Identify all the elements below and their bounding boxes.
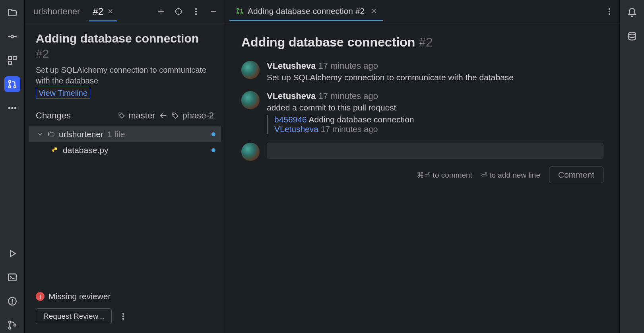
tag-icon: [118, 112, 125, 119]
structure-icon[interactable]: [4, 52, 20, 68]
svg-point-41: [609, 8, 610, 10]
kebab-icon[interactable]: [117, 310, 129, 322]
svg-rect-3: [8, 56, 12, 60]
event-user[interactable]: VLetusheva: [267, 61, 316, 71]
svg-point-6: [8, 81, 10, 83]
pr-description: Set up SQLAlchemy connection to communic…: [36, 65, 214, 86]
git-icon[interactable]: [4, 317, 20, 333]
left-nav-rail: [0, 0, 25, 333]
file-name: database.py: [63, 145, 108, 155]
kebab-icon[interactable]: [190, 6, 202, 17]
modified-indicator-icon: [211, 148, 215, 152]
svg-point-9: [8, 107, 10, 108]
close-icon[interactable]: ✕: [107, 7, 113, 16]
svg-point-18: [8, 321, 10, 323]
plus-icon[interactable]: [155, 6, 167, 17]
commit-hash-link[interactable]: b456946: [274, 115, 307, 124]
view-timeline-link[interactable]: View Timeline: [36, 88, 90, 99]
pr-number: #2: [36, 47, 49, 60]
folder-file-count: 1 file: [107, 130, 125, 139]
request-review-button[interactable]: Request Review...: [36, 308, 112, 324]
svg-point-32: [120, 114, 120, 114]
svg-point-36: [123, 316, 124, 317]
commit-time: 17 minutes ago: [321, 124, 378, 134]
svg-point-30: [196, 14, 197, 15]
changes-label: Changes: [36, 110, 71, 121]
right-nav-rail: [619, 0, 644, 333]
commit-author-link[interactable]: VLetusheva: [274, 124, 318, 134]
tag-icon: [172, 112, 179, 119]
main-tab-bar: Adding database connection #2 ✕: [225, 0, 619, 23]
svg-point-38: [237, 8, 239, 10]
event-user[interactable]: VLetusheva: [267, 91, 316, 101]
avatar[interactable]: [241, 91, 260, 109]
more-icon[interactable]: [4, 100, 20, 116]
svg-point-8: [14, 86, 16, 88]
chevron-down-icon: [37, 131, 44, 138]
hint-newline: ⏎ to add new line: [481, 170, 540, 180]
head-branch[interactable]: phase-2: [172, 110, 214, 121]
svg-rect-13: [8, 274, 16, 281]
python-file-icon: [52, 147, 59, 154]
project-tab[interactable]: urlshortener: [30, 3, 83, 20]
svg-point-10: [12, 107, 13, 108]
head-branch-name: phase-2: [182, 110, 214, 121]
event-time: 17 minutes ago: [318, 61, 378, 71]
commit-icon[interactable]: [4, 29, 20, 45]
side-tab-bar: urlshortener #2 ✕: [25, 0, 225, 23]
minimize-icon[interactable]: [208, 6, 219, 17]
avatar[interactable]: [241, 61, 260, 79]
pull-request-icon[interactable]: [4, 76, 20, 92]
event-time: 17 minutes ago: [318, 91, 378, 101]
svg-point-11: [14, 107, 16, 108]
folder-icon[interactable]: [4, 5, 20, 21]
problems-icon[interactable]: [4, 293, 20, 309]
folder-icon: [48, 131, 55, 138]
timeline-event: VLetusheva 17 minutes ago Set up SQLAlch…: [241, 61, 603, 82]
target-icon[interactable]: [173, 6, 184, 17]
main-pr-tab[interactable]: Adding database connection #2 ✕: [229, 2, 383, 21]
svg-rect-4: [13, 56, 16, 60]
pr-tab[interactable]: #2 ✕: [89, 3, 117, 21]
pull-request-icon: [236, 7, 244, 15]
svg-point-40: [241, 12, 242, 14]
svg-point-34: [174, 114, 175, 114]
pr-tab-label: #2: [93, 6, 103, 17]
notifications-icon[interactable]: [624, 5, 640, 21]
svg-marker-12: [10, 250, 15, 256]
svg-point-7: [8, 86, 10, 88]
comment-composer: [241, 143, 603, 161]
svg-point-19: [8, 327, 10, 329]
main-pr-number: #2: [419, 35, 433, 49]
run-icon[interactable]: [4, 246, 20, 261]
terminal-icon[interactable]: [4, 269, 20, 285]
main-tab-title: Adding database connection #2: [248, 6, 365, 16]
warning-icon: !: [36, 292, 45, 301]
main-editor: Adding database connection #2 ✕ Adding d…: [225, 0, 619, 333]
timeline-event: VLetusheva 17 minutes ago added a commit…: [241, 91, 603, 134]
event-text: added a commit to this pull request: [267, 103, 603, 112]
base-branch[interactable]: master: [118, 110, 155, 121]
commit-message: Adding database connection: [308, 115, 414, 124]
svg-point-35: [123, 313, 124, 314]
comment-button[interactable]: Comment: [549, 166, 603, 183]
database-icon[interactable]: [624, 29, 640, 45]
main-title-text: Adding database connection: [241, 35, 415, 49]
event-text: Set up SQLAlchemy connection to communic…: [267, 73, 603, 82]
commit-reference: b456946 Adding database connection VLetu…: [267, 115, 603, 134]
close-icon[interactable]: ✕: [371, 7, 377, 15]
svg-point-0: [11, 35, 14, 38]
base-branch-name: master: [128, 110, 155, 121]
avatar[interactable]: [241, 143, 260, 161]
changes-file-row[interactable]: database.py: [29, 142, 221, 158]
kebab-icon[interactable]: [603, 6, 615, 17]
main-pr-title: Adding database connection #2: [241, 35, 603, 50]
svg-point-23: [176, 8, 182, 14]
modified-indicator-icon: [211, 132, 215, 136]
changes-folder-row[interactable]: urlshortener 1 file: [29, 126, 221, 142]
svg-point-29: [196, 11, 197, 12]
hint-submit: ⌘⏎ to comment: [417, 170, 472, 180]
svg-point-44: [628, 32, 635, 35]
svg-point-28: [196, 8, 197, 10]
comment-input[interactable]: [267, 143, 603, 159]
